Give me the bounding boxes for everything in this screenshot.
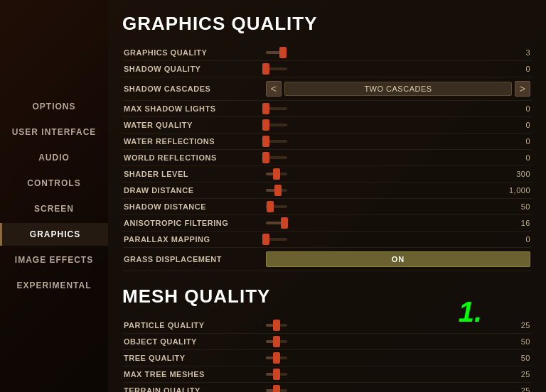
table-row: TERRAIN QUALITY25 [122,383,532,393]
slider-thumb[interactable] [273,385,280,392]
toggle-cell: ON [264,248,532,271]
cascade-prev-button[interactable]: < [266,81,282,97]
sidebar: OPTIONS USER INTERFACE AUDIO CONTROLS SC… [0,0,108,392]
cascade-next-button[interactable]: > [515,81,530,97]
table-row: OBJECT QUALITY50 [122,334,532,350]
main-content: GRAPHICS QUALITY GRAPHICS QUALITY3SHADOW… [108,0,546,392]
slider-cell[interactable] [264,183,289,199]
setting-value: 50 [289,350,532,366]
table-row: TREE QUALITY50 [122,350,532,366]
mesh-quality-title: MESH QUALITY [122,285,532,307]
sidebar-item-screen[interactable]: SCREEN [0,197,108,220]
setting-label: MAX SHADOW LIGHTS [122,101,264,117]
setting-value: 1,000 [289,183,532,199]
table-row: MAX SHADOW LIGHTS0 [122,101,532,117]
slider-thumb[interactable] [273,320,280,331]
setting-value: 16 [289,215,532,232]
slider-cell[interactable] [264,350,289,366]
setting-label: SHADOW DISTANCE [122,199,264,215]
setting-label: GRAPHICS QUALITY [122,45,264,61]
slider-thumb[interactable] [262,152,269,163]
setting-value: 0 [289,232,532,248]
cascade-value-display: Two Cascades [284,82,512,96]
sidebar-item-options[interactable]: OPTIONS [0,95,108,118]
setting-label: OBJECT QUALITY [122,334,264,350]
slider-cell[interactable] [264,215,289,232]
table-row: ANISOTROPIC FILTERING16 [122,215,532,232]
mesh-quality-table: PARTICLE QUALITY25OBJECT QUALITY50TREE Q… [122,317,532,392]
sidebar-item-graphics[interactable]: GRAPHICS [0,223,108,246]
slider-thumb[interactable] [267,201,274,212]
table-row: SHADOW QUALITY0 [122,61,532,77]
setting-value: 0 [289,101,532,117]
slider-thumb[interactable] [262,103,269,114]
setting-value: 3 [289,45,532,61]
table-row: WORLD REFLECTIONS0 [122,150,532,166]
slider-thumb[interactable] [262,119,269,131]
slider-thumb[interactable] [274,185,282,196]
table-row: WATER QUALITY0 [122,117,532,134]
setting-label: ANISOTROPIC FILTERING [122,215,264,232]
setting-value: 50 [289,199,532,215]
sidebar-item-experimental[interactable]: EXPERIMENTAL [0,274,108,297]
table-row: SHADOW DISTANCE50 [122,199,532,215]
slider-cell[interactable] [264,45,289,61]
setting-label: SHADER LEVEL [122,166,264,183]
sidebar-item-controls[interactable]: CONTROLS [0,172,108,195]
sidebar-item-audio[interactable]: AUDIO [0,146,108,169]
table-row: SHADOW CASCADES<Two Cascades> [122,77,532,101]
setting-label: TERRAIN QUALITY [122,383,264,393]
toggle-button[interactable]: ON [266,251,530,267]
table-row: PARTICLE QUALITY25 [122,317,532,334]
setting-value: 0 [289,150,532,166]
table-row: PARALLAX MAPPING0 [122,232,532,248]
slider-thumb[interactable] [273,352,280,364]
slider-cell[interactable] [264,134,289,150]
slider-thumb[interactable] [273,168,280,180]
setting-value: 300 [289,166,532,183]
slider-thumb[interactable] [262,136,269,147]
table-row: GRAPHICS QUALITY3 [122,45,532,61]
slider-thumb[interactable] [262,63,269,75]
setting-label: PARTICLE QUALITY [122,317,264,334]
table-row: SHADER LEVEL300 [122,166,532,183]
slider-cell[interactable] [264,199,289,215]
setting-value: 25 [289,317,532,334]
slider-cell[interactable] [264,334,289,350]
slider-cell[interactable] [264,383,289,393]
setting-value: 0 [289,61,532,77]
slider-cell[interactable] [264,150,289,166]
graphics-quality-title: GRAPHICS QUALITY [122,13,532,35]
setting-value: 50 [289,334,532,350]
table-row: WATER REFLECTIONS0 [122,134,532,150]
setting-label: WATER QUALITY [122,117,264,134]
setting-value: 25 [289,383,532,393]
setting-label: SHADOW CASCADES [122,77,264,101]
setting-label: DRAW DISTANCE [122,183,264,199]
slider-cell[interactable] [264,61,289,77]
slider-thumb[interactable] [273,369,280,380]
slider-cell[interactable] [264,117,289,134]
sidebar-item-image-effects[interactable]: IMAGE EFFECTS [0,249,108,271]
setting-value: 0 [289,134,532,150]
slider-thumb[interactable] [262,234,269,245]
setting-label: SHADOW QUALITY [122,61,264,77]
slider-cell[interactable] [264,101,289,117]
setting-value: 0 [289,117,532,134]
slider-thumb[interactable] [273,336,280,347]
slider-cell[interactable] [264,232,289,248]
slider-cell[interactable] [264,317,289,334]
slider-cell[interactable] [264,366,289,383]
setting-label: GRASS DISPLACEMENT [122,248,264,271]
slider-cell[interactable] [264,166,289,183]
sidebar-item-user-interface[interactable]: USER INTERFACE [0,121,108,143]
slider-thumb[interactable] [281,217,288,229]
setting-label: TREE QUALITY [122,350,264,366]
setting-label: WORLD REFLECTIONS [122,150,264,166]
table-row: DRAW DISTANCE1,000 [122,183,532,199]
slider-thumb[interactable] [279,47,287,58]
setting-label: WATER REFLECTIONS [122,134,264,150]
setting-label: MAX TREE MESHES [122,366,264,383]
cascade-control-cell: <Two Cascades> [264,77,532,101]
table-row: MAX TREE MESHES25 [122,366,532,383]
